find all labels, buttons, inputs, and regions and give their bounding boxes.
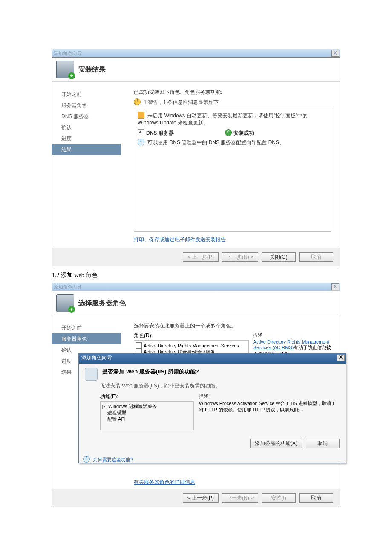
step-server-roles[interactable]: 服务器角色	[52, 333, 121, 344]
steps-sidebar: 开始之前 服务器角色 DNS 服务器 确认 进度 结果	[52, 82, 130, 248]
close-icon[interactable]: X	[331, 283, 339, 290]
dns-info-line: 可以使用 DNS 管理器中的 DNS 服务器配置向导配置 DNS。	[138, 139, 328, 146]
server-role-icon: +	[56, 294, 74, 312]
report-link[interactable]: 打印、保存或通过电子邮件发送安装报告	[134, 237, 226, 243]
dialog-cancel-button[interactable]: 取消	[306, 439, 340, 448]
wizard-buttons: < 上一步(P) 下一步(N) > 关闭(O) 取消	[52, 248, 340, 266]
dialog-buttons: 添加必需的功能(A) 取消	[79, 434, 346, 452]
wizard-icon	[85, 368, 98, 381]
step-server-roles[interactable]: 服务器角色	[61, 100, 130, 111]
wizard-header: + 选择服务器角色	[52, 291, 340, 315]
wizard-select-roles: 添加角色向导 X + 选择服务器角色 开始之前 服务器角色 确认 进度 结果 选…	[52, 283, 340, 507]
step-before[interactable]: 开始之前	[61, 89, 130, 100]
dialog-titlebar: 添加角色向导 X	[79, 353, 346, 364]
install-button: 安装(I)	[262, 493, 296, 503]
shield-icon	[138, 112, 144, 119]
info-icon	[83, 456, 90, 462]
wizard-header: + 安装结果	[52, 58, 340, 82]
titlebar: 添加角色向导 X	[52, 283, 340, 291]
dialog-question: 是否添加 Web 服务器(IIS) 所需的功能?	[102, 368, 199, 375]
info-icon	[138, 139, 144, 145]
checkbox-icon[interactable]	[136, 342, 142, 348]
server-role-icon: +	[56, 61, 74, 78]
functions-tree[interactable]: -Windows 进程激活服务 进程模型 配置 API	[100, 401, 194, 430]
more-roles-link[interactable]: 有关服务器角色的详细信息	[134, 479, 195, 485]
cancel-button: 取消	[299, 252, 333, 262]
content-pane: 已成功安装以下角色、角色服务或功能: 1 警告，1 条信息性消息显示如下 未启用…	[130, 82, 340, 248]
step-confirm[interactable]: 确认	[61, 122, 130, 133]
close-icon[interactable]: X	[337, 354, 345, 361]
role-item[interactable]: Active Directory Rights Management Servi…	[136, 342, 247, 348]
roles-label: 角色(R):	[134, 332, 249, 339]
step-progress[interactable]: 进度	[61, 133, 130, 144]
success-message: 已成功安装以下角色、角色服务或功能:	[134, 89, 331, 96]
content-pane: 选择要安装在此服务器上的一个或多个角色。 角色(R): Active Direc…	[130, 315, 340, 489]
update-warning: 未启用 Windows 自动更新。若要安装最新更新，请使用"控制面板"中的 Wi…	[138, 112, 328, 127]
function-description: 描述: Windows Process Activation Service 整…	[199, 393, 340, 430]
dialog-question-row: 是否添加 Web 服务器(IIS) 所需的功能?	[85, 368, 340, 381]
step-results[interactable]: 结果	[52, 144, 121, 155]
wizard-buttons: < 上一步(P) 下一步(N) > 安装(I) 取消	[52, 489, 340, 507]
why-link-row: 为何需要这些功能?	[83, 456, 346, 463]
collapse-icon[interactable]	[138, 129, 144, 136]
func-label: 功能(F):	[100, 393, 194, 400]
success-icon	[225, 129, 232, 136]
tree-child[interactable]: 进程模型	[102, 410, 192, 416]
next-button: 下一步(N) >	[222, 493, 258, 503]
prev-button: < 上一步(P)	[183, 252, 219, 262]
instruction-text: 选择要安装在此服务器上的一个或多个角色。	[134, 322, 331, 330]
page-title: 安装结果	[78, 65, 106, 74]
warning-icon	[134, 98, 141, 105]
close-button[interactable]: 关闭(O)	[262, 252, 296, 262]
func-desc-link[interactable]: Windows Process Activation Service	[199, 401, 274, 406]
titlebar: 添加角色向导 X	[52, 49, 340, 58]
add-required-button[interactable]: 添加必需的功能(A)	[250, 439, 302, 448]
next-button: 下一步(N) >	[222, 252, 258, 262]
why-link[interactable]: 为何需要这些功能?	[93, 457, 133, 462]
dialog-subline: 无法安装 Web 服务器(IIS)，除非已安装所需的功能。	[100, 382, 340, 390]
step-dns-server[interactable]: DNS 服务器	[61, 111, 130, 122]
prev-button[interactable]: < 上一步(P)	[183, 493, 219, 503]
warning-summary: 1 警告，1 条信息性消息显示如下	[134, 98, 331, 106]
close-icon[interactable]: X	[331, 50, 339, 57]
required-features-dialog: 添加角色向导 X 是否添加 Web 服务器(IIS) 所需的功能? 无法安装 W…	[78, 353, 346, 463]
titlebar-text: 添加角色向导	[54, 284, 82, 290]
step-before[interactable]: 开始之前	[61, 322, 130, 333]
dns-result-row: DNS 服务器 安装成功	[138, 129, 328, 137]
wizard-install-results: 添加角色向导 X + 安装结果 开始之前 服务器角色 DNS 服务器 确认 进度…	[52, 49, 340, 266]
tree-node[interactable]: -Windows 进程激活服务	[102, 403, 192, 410]
tree-child[interactable]: 配置 API	[102, 416, 192, 422]
page-title: 选择服务器角色	[78, 299, 126, 308]
report-link-row: 打印、保存或通过电子邮件发送安装报告	[134, 236, 331, 243]
titlebar-text: 添加角色向导	[54, 50, 82, 57]
cancel-button[interactable]: 取消	[299, 493, 333, 503]
tree-collapse-icon[interactable]: -	[102, 405, 107, 409]
document-heading: 1.2 添加 web 角色	[52, 272, 340, 279]
results-area: 未启用 Windows 自动更新。若要安装最新更新，请使用"控制面板"中的 Wi…	[134, 109, 331, 232]
